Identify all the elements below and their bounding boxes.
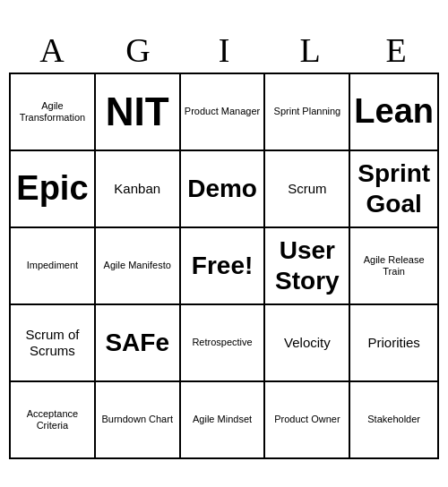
- cell-text: Stakeholder: [367, 414, 420, 425]
- cell-text: Agile Release Train: [354, 254, 434, 278]
- header-letter-g: G: [95, 28, 181, 73]
- header-letter-a: A: [9, 28, 95, 73]
- bingo-cell: User Story: [265, 228, 350, 305]
- bingo-cell: Burndown Chart: [96, 382, 181, 459]
- bingo-cell: Lean: [350, 74, 439, 151]
- bingo-header: AGILE: [9, 28, 439, 73]
- bingo-cell: Scrum: [265, 151, 350, 228]
- header-letter-l: L: [267, 28, 353, 73]
- bingo-cell: Acceptance Criteria: [11, 382, 96, 459]
- bingo-cell: Product Owner: [265, 382, 350, 459]
- bingo-cell: Agile Release Train: [350, 228, 439, 305]
- cell-text: Impediment: [27, 260, 78, 271]
- cell-text: Acceptance Criteria: [14, 408, 90, 431]
- bingo-cell: Sprint Goal: [350, 151, 439, 228]
- cell-text: Agile Mindset: [193, 414, 252, 425]
- bingo-cell: Agile Transformation: [11, 74, 96, 151]
- bingo-cell: Epic: [11, 151, 96, 228]
- bingo-cell: SAFe: [96, 305, 181, 382]
- bingo-cell: Impediment: [11, 228, 96, 305]
- bingo-cell: Priorities: [350, 305, 439, 382]
- bingo-grid: Agile TransformationNITProduct ManagerSp…: [9, 73, 439, 459]
- bingo-cell: Retrospective: [181, 305, 266, 382]
- cell-text: Epic: [16, 168, 88, 209]
- bingo-cell: Sprint Planning: [265, 74, 350, 151]
- cell-text: SAFe: [105, 328, 169, 358]
- bingo-board: AGILE Agile TransformationNITProduct Man…: [9, 28, 439, 459]
- bingo-cell: Free!: [181, 228, 266, 305]
- cell-text: Priorities: [367, 335, 419, 351]
- cell-text: NIT: [106, 89, 169, 136]
- header-letter-e: E: [353, 28, 439, 73]
- bingo-cell: Scrum of Scrums: [11, 305, 96, 382]
- cell-text: User Story: [269, 235, 345, 295]
- cell-text: Velocity: [284, 335, 331, 351]
- bingo-cell: Agile Mindset: [181, 382, 266, 459]
- bingo-cell: NIT: [96, 74, 181, 151]
- cell-text: Free!: [192, 251, 253, 281]
- bingo-cell: Agile Manifesto: [96, 228, 181, 305]
- cell-text: Retrospective: [192, 337, 252, 348]
- cell-text: Sprint Goal: [354, 158, 434, 218]
- cell-text: Kanban: [114, 181, 160, 197]
- bingo-cell: Product Manager: [181, 74, 266, 151]
- cell-text: Burndown Chart: [101, 414, 173, 425]
- cell-text: Product Manager: [185, 106, 260, 117]
- cell-text: Sprint Planning: [274, 106, 341, 117]
- cell-text: Scrum of Scrums: [14, 327, 90, 359]
- bingo-cell: Stakeholder: [350, 382, 439, 459]
- cell-text: Scrum: [288, 181, 326, 197]
- bingo-cell: Demo: [181, 151, 266, 228]
- cell-text: Agile Transformation: [14, 100, 90, 124]
- cell-text: Product Owner: [274, 414, 340, 425]
- cell-text: Demo: [187, 174, 257, 204]
- header-letter-i: I: [181, 28, 267, 73]
- bingo-cell: Velocity: [265, 305, 350, 382]
- bingo-cell: Kanban: [96, 151, 181, 228]
- cell-text: Lean: [354, 91, 434, 132]
- cell-text: Agile Manifesto: [104, 260, 171, 271]
